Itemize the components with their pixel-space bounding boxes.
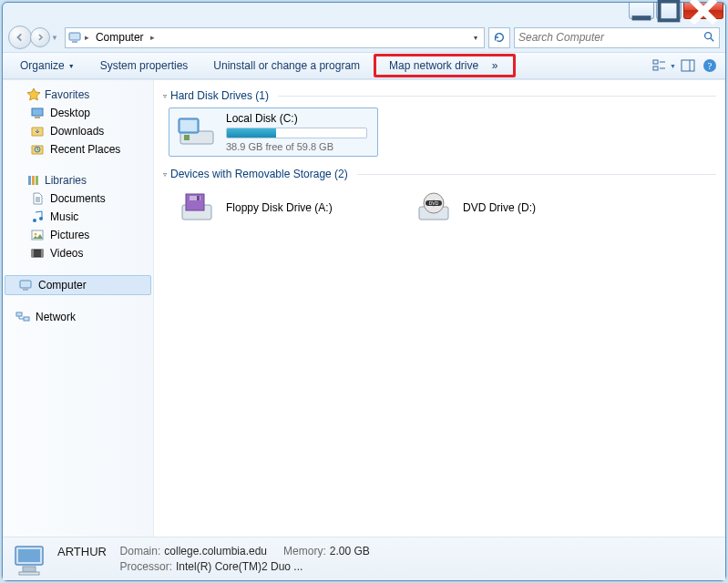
sidebar-item-recent-places[interactable]: Recent Places	[3, 140, 153, 159]
removable-group-header[interactable]: ▿ Devices with Removable Storage (2)	[163, 168, 716, 180]
svg-rect-6	[653, 60, 658, 64]
drive-dvd-d[interactable]: DVD DVD Drive (D:)	[405, 186, 615, 230]
sidebar-item-downloads[interactable]: Downloads	[3, 122, 153, 140]
svg-rect-10	[682, 60, 694, 71]
sidebar-item-network[interactable]: Network	[3, 308, 153, 326]
recent-places-icon	[30, 142, 45, 157]
processor-label: Processor:	[120, 560, 172, 573]
svg-point-21	[39, 217, 43, 220]
libraries-icon	[26, 173, 41, 188]
music-icon	[30, 210, 45, 224]
floppy-drive-icon	[177, 190, 217, 225]
dvd-drive-icon: DVD	[414, 190, 454, 225]
drive-local-disk-c[interactable]: Local Disk (C:) 38.9 GB free of 59.8 GB	[169, 107, 378, 157]
computer-icon	[67, 30, 82, 45]
favorites-group: ▾ Favorites Desktop Downloads Recent Pla…	[3, 86, 153, 159]
computer-name: ARTHUR	[57, 545, 107, 558]
libraries-group: ▾ Libraries Documents Music Pictures	[3, 171, 153, 262]
sidebar-item-desktop[interactable]: Desktop	[3, 104, 153, 122]
removable-header-label: Devices with Removable Storage (2)	[170, 168, 348, 180]
computer-icon	[18, 278, 33, 292]
domain-label: Domain:	[120, 545, 161, 557]
disk-usage-bar	[226, 128, 367, 138]
sidebar-item-label: Recent Places	[50, 143, 120, 156]
libraries-header[interactable]: ▾ Libraries	[3, 171, 153, 189]
sidebar-item-label: Downloads	[50, 125, 104, 138]
svg-rect-7	[653, 66, 658, 70]
minimize-button[interactable]	[629, 3, 654, 19]
sidebar-item-pictures[interactable]: Pictures	[3, 226, 153, 244]
map-network-drive-button[interactable]: Map network drive »	[374, 54, 515, 77]
address-dropdown[interactable]: ▾	[469, 34, 482, 42]
recent-locations-dropdown[interactable]: ▼	[48, 34, 61, 42]
sidebar-item-label: Computer	[38, 279, 87, 292]
search-icon	[702, 30, 715, 46]
system-properties-button[interactable]: System properties	[88, 55, 200, 77]
svg-rect-1	[660, 1, 679, 20]
body: ▾ Favorites Desktop Downloads Recent Pla…	[3, 79, 725, 537]
close-button[interactable]	[683, 3, 723, 19]
libraries-label: Libraries	[45, 174, 87, 187]
drive-label: DVD Drive (D:)	[463, 201, 536, 214]
refresh-button[interactable]	[488, 27, 510, 48]
drive-label: Floppy Disk Drive (A:)	[226, 201, 333, 214]
address-bar[interactable]: ▸ Computer ▸ ▾	[65, 27, 485, 48]
svg-line-5	[711, 37, 714, 41]
forward-button[interactable]	[30, 27, 50, 47]
sidebar-item-videos[interactable]: Videos	[3, 244, 153, 262]
drive-floppy-a[interactable]: Floppy Disk Drive (A:)	[169, 186, 378, 230]
svg-text:?: ?	[708, 60, 713, 71]
svg-rect-32	[184, 135, 190, 140]
svg-point-23	[35, 233, 37, 236]
svg-rect-19	[36, 176, 38, 185]
pictures-icon	[30, 228, 45, 242]
drive-label: Local Disk (C:)	[226, 112, 367, 125]
svg-rect-46	[23, 567, 36, 572]
content-pane: ▿ Hard Disk Drives (1) Local Disk (C:) 3…	[154, 80, 725, 537]
breadcrumb-root-arrow[interactable]: ▸	[82, 33, 92, 42]
sidebar-item-documents[interactable]: Documents	[3, 189, 153, 208]
domain-value: college.columbia.edu	[164, 545, 267, 557]
svg-rect-47	[19, 572, 39, 575]
chevron-down-icon: ▼	[68, 63, 75, 69]
help-button[interactable]: ?	[700, 56, 720, 76]
svg-rect-38	[197, 196, 200, 200]
sidebar-item-label: Pictures	[50, 229, 89, 241]
hdd-group-header[interactable]: ▿ Hard Disk Drives (1)	[163, 89, 716, 102]
svg-text:DVD: DVD	[429, 200, 439, 206]
network-group: Network	[3, 308, 153, 326]
titlebar	[3, 3, 725, 23]
maximize-button[interactable]	[656, 3, 682, 19]
organize-button[interactable]: Organize ▼	[8, 55, 87, 77]
svg-rect-14	[32, 108, 43, 116]
computer-large-icon	[12, 541, 48, 578]
svg-rect-26	[41, 250, 43, 257]
search-box[interactable]	[514, 27, 720, 48]
back-button[interactable]	[8, 26, 32, 49]
map-network-drive-label: Map network drive	[389, 59, 478, 72]
svg-point-4	[705, 32, 712, 38]
sidebar-item-label: Desktop	[50, 107, 90, 119]
sidebar-item-label: Documents	[50, 192, 106, 205]
breadcrumb-computer[interactable]: Computer	[92, 31, 148, 44]
hard-drive-icon	[177, 115, 217, 149]
svg-rect-45	[18, 549, 40, 562]
breadcrumb-arrow[interactable]: ▸	[148, 33, 158, 42]
svg-rect-28	[23, 289, 28, 291]
sidebar-item-music[interactable]: Music	[3, 208, 153, 226]
sidebar-item-label: Music	[50, 210, 78, 223]
sidebar-item-label: Network	[36, 311, 76, 323]
downloads-icon	[30, 124, 45, 138]
view-dropdown-icon[interactable]: ▼	[670, 63, 676, 69]
svg-rect-34	[180, 120, 197, 131]
view-options-button[interactable]	[650, 56, 670, 76]
svg-rect-27	[20, 281, 31, 288]
svg-rect-25	[32, 250, 34, 257]
organize-label: Organize	[20, 59, 65, 72]
preview-pane-button[interactable]	[678, 56, 698, 76]
sidebar-item-label: Videos	[50, 247, 83, 260]
uninstall-program-button[interactable]: Uninstall or change a program	[201, 55, 372, 77]
sidebar-item-computer[interactable]: Computer	[5, 275, 151, 295]
favorites-header[interactable]: ▾ Favorites	[3, 86, 153, 104]
search-input[interactable]	[518, 31, 702, 44]
